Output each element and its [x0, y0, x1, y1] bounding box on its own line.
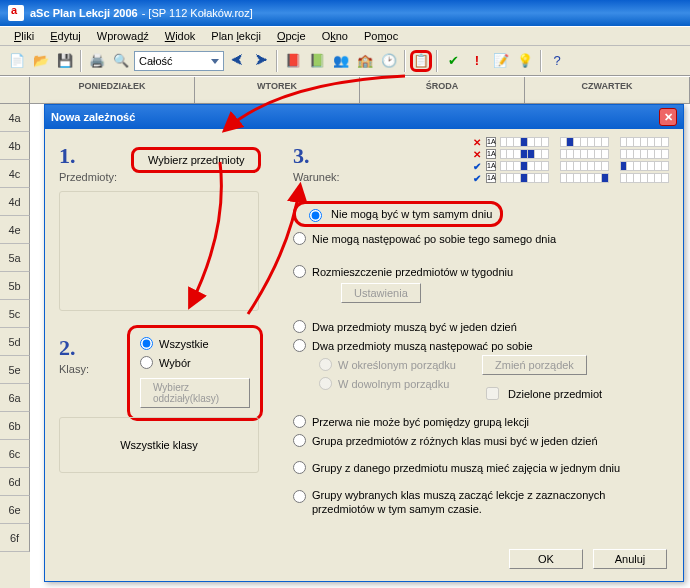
step-3: 3.: [293, 143, 340, 169]
select-classes-button[interactable]: Wybierz oddziały(klasy): [140, 378, 250, 408]
cond-any-order: W dowolnym porządku: [319, 374, 456, 393]
subjects-list: [59, 191, 259, 311]
menu-widok[interactable]: Widok: [157, 28, 204, 44]
nav-right-icon[interactable]: ⮞: [250, 50, 272, 72]
new-icon[interactable]: 📄: [6, 50, 28, 72]
row-headers: 4a4b4c 4d4e5a 5b5c5d 5e6a6b 6c6d6e 6f: [0, 104, 30, 588]
settings-button[interactable]: Ustawienia: [341, 283, 421, 303]
select-subjects-button[interactable]: Wybierz przedmioty: [131, 147, 261, 173]
app-title: aSc Plan Lekcji 2006: [30, 7, 138, 19]
cond-no-break[interactable]: Przerwa nie może być pomiędzy grupą lekc…: [293, 412, 665, 431]
open-icon[interactable]: 📂: [30, 50, 52, 72]
cond-specific-order: W określonym porządku: [319, 355, 456, 374]
menu-pliki[interactable]: Pliki: [6, 28, 42, 44]
doc-name: - [SP 112 Kołaków.roz]: [142, 7, 253, 19]
check-icon: ✔: [472, 173, 482, 183]
book1-icon[interactable]: 📕: [282, 50, 304, 72]
x-icon: ✕: [472, 149, 482, 159]
step3-label: Warunek:: [293, 171, 340, 183]
divider: [540, 50, 542, 72]
app-icon: [8, 5, 24, 21]
mini-preview: ✕1A ✕1A ✔1A ✔1A: [472, 137, 669, 185]
cond-not-consecutive[interactable]: Nie mogą następować po sobie tego samego…: [293, 229, 665, 248]
cond-two-consecutive[interactable]: Dwa przedmioty muszą następować po sobie: [293, 336, 665, 355]
dialog-title-bar[interactable]: Nowa zależność ✕: [45, 105, 683, 129]
split-subject-checkbox: Dzielone przedmiot: [482, 381, 602, 406]
cond-two-one-day[interactable]: Dwa przedmioty muszą być w jeden dzień: [293, 317, 665, 336]
print-icon[interactable]: 🖨️: [86, 50, 108, 72]
dialog-title: Nowa zależność: [51, 111, 135, 123]
dialog-new-relation: Nowa zależność ✕ ✕1A ✕1A ✔1A ✔1A: [44, 104, 684, 582]
grid-header: PONIEDZIAŁEK WTOREK ŚRODA CZWARTEK: [0, 76, 690, 104]
step2-label: Klasy:: [59, 363, 89, 375]
divider: [404, 50, 406, 72]
step-2: 2.: [59, 335, 89, 361]
view-combo[interactable]: Całość: [134, 51, 224, 71]
menu-opcje[interactable]: Opcje: [269, 28, 314, 44]
close-icon[interactable]: ✕: [659, 108, 677, 126]
classes-status: Wszystkie klasy: [59, 417, 259, 473]
divider: [80, 50, 82, 72]
menu-wprowadz[interactable]: Wprowadź: [89, 28, 157, 44]
menu-okno[interactable]: Okno: [314, 28, 356, 44]
cond-same-day[interactable]: Nie mogą być w tym samym dniu: [293, 201, 503, 227]
cond-group-one-day[interactable]: Grupa przedmiotów z różnych klas musi by…: [293, 431, 665, 450]
step-1: 1.: [59, 143, 117, 169]
cond-week-distribution[interactable]: Rozmieszczenie przedmiotów w tygodniu: [293, 262, 665, 281]
class-icon[interactable]: 🏫: [354, 50, 376, 72]
book2-icon[interactable]: 📗: [306, 50, 328, 72]
tip-icon[interactable]: 💡: [514, 50, 536, 72]
doc-icon[interactable]: 📝: [490, 50, 512, 72]
preview-icon[interactable]: 🔍: [110, 50, 132, 72]
cond-groups-same-day[interactable]: Grupy z danego przedmiotu muszą mieć zaj…: [293, 458, 665, 477]
help-icon[interactable]: ?: [546, 50, 568, 72]
divider: [436, 50, 438, 72]
toolbar: 📄 📂 💾 🖨️ 🔍 Całość ⮜ ⮞ 📕 📗 👥 🏫 🕑 📋 ✔ ! 📝 …: [0, 46, 690, 76]
step1-label: Przedmioty:: [59, 171, 117, 183]
cond-groups-start-same[interactable]: Grupy wybranych klas muszą zacząć lekcje…: [293, 485, 665, 519]
ok-button[interactable]: OK: [509, 549, 583, 569]
change-order-button[interactable]: Zmień porządek: [482, 355, 587, 375]
titlebar: aSc Plan Lekcji 2006 - [SP 112 Kołaków.r…: [0, 0, 690, 26]
radio-select-classes[interactable]: Wybór: [140, 353, 250, 372]
people-icon[interactable]: 👥: [330, 50, 352, 72]
x-icon: ✕: [472, 137, 482, 147]
clock-icon[interactable]: 🕑: [378, 50, 400, 72]
check-icon[interactable]: ✔: [442, 50, 464, 72]
divider: [276, 50, 278, 72]
check-icon: ✔: [472, 161, 482, 171]
cancel-button[interactable]: Anuluj: [593, 549, 667, 569]
relations-icon[interactable]: 📋: [410, 50, 432, 72]
nav-left-icon[interactable]: ⮜: [226, 50, 248, 72]
radio-all-classes[interactable]: Wszystkie: [140, 334, 250, 353]
warn-icon[interactable]: !: [466, 50, 488, 72]
menu-pomoc[interactable]: Pomoc: [356, 28, 406, 44]
menu-plan[interactable]: Plan lekcji: [203, 28, 269, 44]
menu-edytuj[interactable]: Edytuj: [42, 28, 89, 44]
menubar: Pliki Edytuj Wprowadź Widok Plan lekcji …: [0, 26, 690, 46]
save-icon[interactable]: 💾: [54, 50, 76, 72]
